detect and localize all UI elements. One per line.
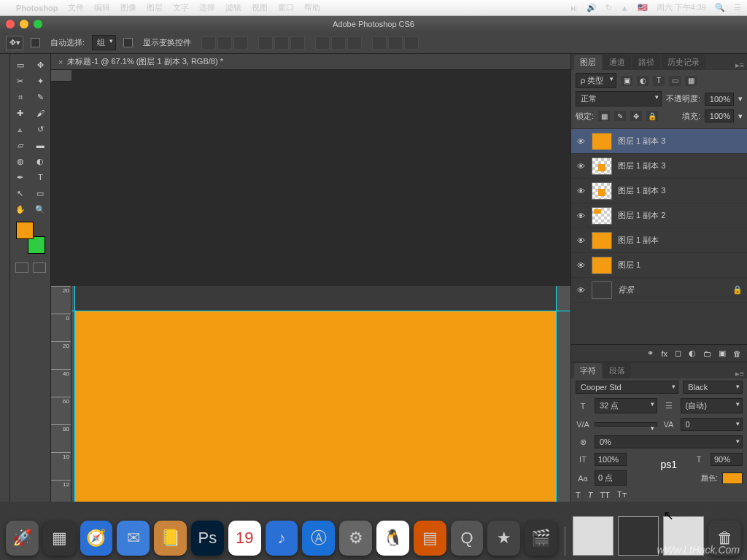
history-brush-tool[interactable]: ↺ [31, 121, 51, 137]
dock-safari[interactable]: 🧭 [80, 521, 113, 556]
color-pct-dropdown[interactable]: 0% [595, 435, 743, 448]
sync-icon[interactable]: ↻ [605, 3, 612, 12]
volume-icon[interactable]: 🔊 [587, 3, 597, 12]
magic-wand-tool[interactable]: ✦ [31, 73, 51, 89]
spotlight-icon[interactable]: 🔍 [715, 3, 725, 12]
close-tab-icon[interactable]: × [58, 58, 63, 66]
blend-mode-dropdown[interactable]: 正常 [576, 91, 662, 106]
tab-layers[interactable]: 图层 [574, 55, 602, 70]
baseline-value[interactable]: 0 点 [595, 470, 627, 486]
layer-row[interactable]: 👁图层 1 副本 3 [571, 179, 747, 203]
menu-edit[interactable]: 编辑 [94, 2, 110, 13]
distribute-bottom-icon[interactable] [347, 36, 362, 50]
dock-mail[interactable]: ✉ [117, 521, 150, 556]
dock-keynote[interactable]: ▤ [414, 521, 446, 556]
document-tab[interactable]: × 未标题-1 @ 67.1% (图层 1 副本 3, RGB/8) * [51, 54, 570, 70]
healing-tool[interactable]: ✚ [10, 105, 31, 121]
quickmask-mode[interactable] [33, 262, 46, 273]
align-top-icon[interactable] [201, 36, 216, 50]
eraser-tool[interactable]: ▱ [10, 137, 31, 153]
dock-itunes[interactable]: ♪ [266, 521, 298, 556]
layer-name[interactable]: 图层 1 副本 [618, 235, 743, 246]
dock-missioncontrol[interactable]: ▦ [43, 521, 76, 556]
panel-menu-icon[interactable]: ▸≡ [735, 61, 744, 70]
gradient-tool[interactable]: ▬ [31, 137, 51, 153]
tab-character[interactable]: 字符 [574, 363, 602, 378]
stamp-tool[interactable]: ⟁ [10, 121, 31, 137]
notification-icon[interactable]: ☰ [734, 3, 741, 12]
layer-name[interactable]: 背景 [618, 284, 727, 295]
auto-select-checkbox[interactable] [31, 38, 40, 47]
layer-name[interactable]: 图层 1 副本 3 [618, 136, 743, 147]
clock[interactable]: 周六 下午4:39 [657, 2, 706, 13]
layer-name[interactable]: 图层 1 [618, 260, 743, 271]
align-vcenter-icon[interactable] [217, 36, 232, 50]
layer-thumbnail[interactable] [592, 182, 612, 200]
distribute-hcenter-icon[interactable] [388, 36, 403, 50]
layer-name[interactable]: 图层 1 副本 3 [618, 160, 743, 171]
canvas[interactable] [74, 311, 556, 502]
delete-layer-icon[interactable]: 🗑 [733, 349, 741, 358]
filter-smart-icon[interactable]: ▦ [685, 76, 697, 86]
auto-select-dropdown[interactable]: 组 [92, 35, 116, 50]
ruler-vertical[interactable]: 2002040608010121416182022242628 [51, 286, 71, 502]
leading-dropdown[interactable]: (自动) [681, 398, 743, 413]
new-layer-icon[interactable]: ▣ [719, 349, 726, 358]
zoom-tool[interactable]: 🔍 [31, 201, 51, 217]
path-tool[interactable]: ↖ [10, 185, 31, 201]
dock-stack-folder1[interactable] [618, 516, 659, 556]
dock-stack-document[interactable] [573, 516, 614, 556]
guide-horizontal[interactable] [71, 311, 570, 311]
layer-thumbnail[interactable] [592, 232, 612, 249]
layer-row[interactable]: 👁图层 1 副本 3 [571, 154, 747, 179]
link-layers-icon[interactable]: ⚭ [647, 349, 654, 358]
menu-help[interactable]: 帮助 [304, 2, 320, 13]
dock-launchpad[interactable]: 🚀 [6, 521, 39, 556]
italic-icon[interactable]: T [588, 491, 593, 499]
layer-visibility-icon[interactable]: 👁 [576, 137, 586, 146]
opacity-value[interactable]: 100% [705, 93, 734, 106]
eyedropper-tool[interactable]: ✎ [31, 89, 51, 105]
distribute-vcenter-icon[interactable] [331, 36, 346, 50]
distribute-right-icon[interactable] [404, 36, 419, 50]
tab-paths[interactable]: 路径 [632, 55, 660, 70]
bold-icon[interactable]: T [576, 491, 581, 499]
layer-visibility-icon[interactable]: 👁 [576, 261, 586, 270]
layer-fx-icon[interactable]: fx [661, 349, 667, 358]
layer-group-icon[interactable]: 🗀 [703, 349, 711, 358]
menu-select[interactable]: 选择 [199, 2, 215, 13]
layer-thumbnail[interactable] [592, 133, 612, 150]
menu-image[interactable]: 图像 [120, 2, 136, 13]
align-bottom-icon[interactable] [233, 36, 248, 50]
layer-visibility-icon[interactable]: 👁 [576, 162, 586, 171]
dodge-tool[interactable]: ◐ [31, 153, 51, 169]
kerning-dropdown[interactable] [595, 422, 657, 427]
lock-transparent-icon[interactable]: ▦ [598, 111, 610, 121]
dock-appstore[interactable]: Ⓐ [302, 521, 335, 556]
guide-vertical[interactable] [556, 286, 557, 502]
dock-photoshop[interactable]: Ps [191, 521, 224, 556]
menu-window[interactable]: 窗口 [278, 2, 294, 13]
layer-thumbnail[interactable] [592, 257, 612, 274]
smallcaps-icon[interactable]: Tᴛ [617, 490, 627, 499]
layer-row[interactable]: 👁图层 1 副本 3 [571, 129, 747, 154]
filter-image-icon[interactable]: ▣ [621, 76, 632, 86]
close-window[interactable] [6, 20, 15, 28]
menu-view[interactable]: 视图 [252, 2, 268, 13]
layer-row[interactable]: 👁背景🔒 [571, 278, 747, 303]
layer-thumbnail[interactable] [592, 281, 612, 299]
layer-row[interactable]: 👁图层 1 副本 [571, 228, 747, 253]
filter-type-icon[interactable]: T [653, 76, 665, 86]
layer-row[interactable]: 👁图层 1 副本 2 [571, 203, 747, 228]
layer-name[interactable]: 图层 1 副本 3 [618, 185, 743, 196]
tracking-dropdown[interactable]: 0 [681, 418, 743, 431]
dock-calendar[interactable]: 19 [228, 521, 261, 556]
move-tool[interactable]: ✥ [31, 57, 51, 73]
font-size-dropdown[interactable]: 32 点 [595, 398, 657, 413]
lock-position-icon[interactable]: ✥ [630, 111, 642, 121]
transform-checkbox[interactable] [123, 38, 133, 47]
filter-shape-icon[interactable]: ▭ [669, 76, 681, 86]
layer-visibility-icon[interactable]: 👁 [576, 211, 586, 220]
marquee-tool[interactable]: ▭ [10, 57, 31, 73]
font-family-dropdown[interactable]: Cooper Std [576, 381, 678, 394]
